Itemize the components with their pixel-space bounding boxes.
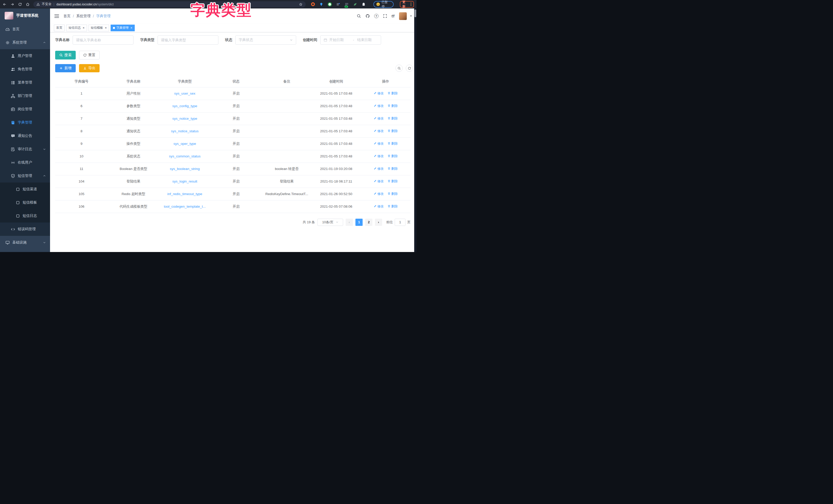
status-select[interactable]: 字典状态 [235, 35, 296, 45]
delete-button[interactable]: 删除 [387, 167, 398, 171]
text-size-icon[interactable]: tT [391, 14, 395, 18]
page-button-1[interactable]: 1 [355, 219, 363, 226]
column-header: 字典名称 [108, 76, 159, 87]
edit-button[interactable]: 修改 [374, 167, 384, 171]
close-icon[interactable]: × [82, 26, 85, 29]
dict-type-link[interactable]: sys_common_status [169, 154, 200, 158]
user-avatar[interactable] [399, 12, 407, 20]
edit-button[interactable]: 修改 [374, 117, 384, 121]
close-icon[interactable]: × [105, 26, 107, 29]
delete-button[interactable]: 删除 [387, 129, 398, 133]
page-button-2[interactable]: 2 [365, 219, 372, 226]
address-bar[interactable]: 不安全 | dashboard.yudao.iocoder.cn/system/… [33, 1, 306, 7]
forward-icon[interactable] [10, 2, 15, 6]
add-button[interactable]: 新增 [55, 64, 76, 72]
help-icon[interactable]: ? [374, 14, 379, 18]
sidebar-item-system-mgmt[interactable]: 系统管理 [0, 36, 50, 49]
reload-icon[interactable] [18, 2, 22, 6]
edit-button[interactable]: 修改 [374, 129, 384, 133]
search-icon[interactable] [357, 14, 361, 18]
extension-leaf-icon[interactable] [353, 2, 358, 7]
edit-button[interactable]: 修改 [374, 179, 384, 183]
edit-button[interactable]: 修改 [374, 192, 384, 196]
hamburger-icon[interactable] [54, 14, 59, 19]
delete-button[interactable]: 删除 [387, 204, 398, 209]
browser-update-button[interactable]: 更新 [400, 1, 414, 8]
dict-type-input[interactable] [161, 38, 215, 42]
bookmark-star-icon[interactable] [299, 3, 303, 6]
extension-ring-icon[interactable] [327, 2, 332, 7]
dict-type-link[interactable]: inf_redis_timeout_type [167, 192, 202, 196]
delete-button[interactable]: 删除 [387, 192, 398, 196]
sidebar-item-sms-template[interactable]: 短信模板 [0, 196, 50, 209]
sidebar-item-sms-mgmt[interactable]: 短信管理 [0, 169, 50, 182]
sidebar-item-infra[interactable]: 基础设施 [0, 236, 50, 249]
search-button[interactable]: 搜索 [55, 51, 76, 59]
sidebar-item-dict-mgmt[interactable]: 字典管理 [0, 116, 50, 129]
chevron-down-icon[interactable] [410, 15, 412, 18]
app-logo-row[interactable]: 芋道管理系统 [0, 8, 50, 23]
tab-sms-log[interactable]: 短信日志× [66, 25, 87, 31]
edit-button[interactable]: 修改 [374, 91, 384, 96]
sidebar-item-online-users[interactable]: 在线用户 [0, 156, 50, 169]
dict-type-link[interactable]: sys_notice_status [171, 129, 198, 133]
breadcrumb-system[interactable]: 系统管理 [76, 14, 91, 19]
extension-donut-icon[interactable] [310, 2, 315, 7]
github-icon[interactable] [365, 14, 370, 18]
extension-ghost-icon[interactable] [361, 2, 366, 7]
dict-type-link[interactable]: sys_oper_type [173, 142, 196, 146]
dict-type-link[interactable]: sys_user_sex [174, 92, 195, 95]
edit-button[interactable]: 修改 [374, 104, 384, 108]
delete-button[interactable]: 删除 [387, 142, 398, 146]
next-page-button[interactable]: › [375, 219, 382, 226]
sidebar-item-post-mgmt[interactable]: 岗位管理 [0, 103, 50, 116]
sidebar-item-role-mgmt[interactable]: 角色管理 [0, 62, 50, 76]
sidebar-item-audit-log[interactable]: 审计日志 [0, 143, 50, 156]
dict-type-link[interactable]: sys_config_type [172, 104, 197, 108]
delete-button[interactable]: 删除 [387, 91, 398, 96]
refresh-table-button[interactable] [406, 65, 413, 72]
prev-page-button[interactable]: ‹ [346, 219, 353, 226]
dict-name-input[interactable] [76, 38, 130, 42]
delete-button[interactable]: 删除 [387, 117, 398, 121]
sidebar-item-sms-channel[interactable]: 短信渠道 [0, 182, 50, 196]
extension-diamond-icon[interactable] [336, 2, 341, 7]
tab-dict-mgmt[interactable]: 字典管理× [111, 25, 135, 31]
sidebar-item-notice[interactable]: 通知公告 [0, 129, 50, 143]
dict-type-link[interactable]: tool_codegen_template_t... [164, 205, 206, 208]
date-range-picker[interactable]: 开始日期 - 结束日期 [320, 35, 381, 45]
page-scrollbar[interactable] [414, 8, 416, 252]
sidebar-item-sms-log[interactable]: 短信日志 [0, 209, 50, 223]
scrollbar-thumb[interactable] [414, 9, 416, 17]
extension-onbars-icon[interactable]: on [344, 2, 349, 7]
page-size-select[interactable]: 10条/页 [317, 219, 343, 226]
dict-type-link[interactable]: sys_boolean_string [170, 167, 200, 171]
reset-button[interactable]: 重置 [79, 51, 100, 59]
edit-button[interactable]: 修改 [374, 154, 384, 158]
dict-type-link[interactable]: sys_notice_type [172, 117, 197, 121]
edit-button[interactable]: 修改 [374, 204, 384, 209]
tab-sms-template[interactable]: 短信模板× [89, 25, 109, 31]
breadcrumb-home[interactable]: 首页 [63, 14, 71, 19]
fullscreen-icon[interactable] [383, 14, 387, 18]
delete-button[interactable]: 删除 [387, 179, 398, 183]
sidebar-item-menu-mgmt[interactable]: 菜单管理 [0, 76, 50, 89]
browser-menu-icon[interactable] [411, 3, 411, 6]
delete-button[interactable]: 删除 [387, 104, 398, 108]
goto-page-input[interactable] [395, 219, 405, 226]
sidebar-item-errcode-mgmt[interactable]: 错误码管理 [0, 223, 50, 236]
sidebar-item-user-mgmt[interactable]: 用户管理 [0, 49, 50, 62]
tab-home[interactable]: 首页 [54, 25, 65, 31]
export-button[interactable]: 导出 [79, 64, 100, 72]
extension-paused-pill[interactable]: 已暂停 [373, 1, 394, 8]
back-icon[interactable] [3, 2, 7, 6]
edit-button[interactable]: 修改 [374, 142, 384, 146]
delete-button[interactable]: 删除 [387, 154, 398, 158]
sidebar-item-home[interactable]: 首页 [0, 23, 50, 36]
extension-gem-icon[interactable] [319, 2, 324, 7]
sidebar-item-dept-mgmt[interactable]: 部门管理 [0, 89, 50, 103]
close-icon[interactable]: × [130, 26, 133, 29]
dict-type-link[interactable]: sys_login_result [172, 179, 197, 183]
home-icon[interactable] [26, 2, 30, 6]
toggle-search-button[interactable] [396, 65, 403, 72]
